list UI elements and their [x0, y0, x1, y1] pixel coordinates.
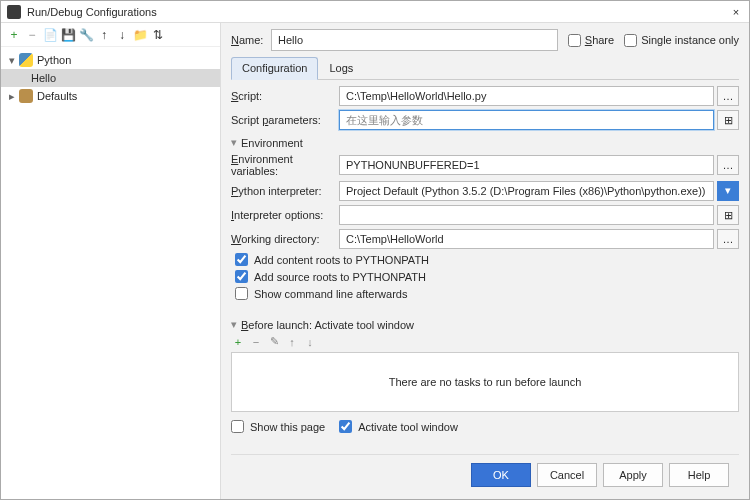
script-input[interactable] — [339, 86, 714, 106]
add-content-roots-checkbox[interactable]: Add content roots to PYTHONPATH — [235, 253, 739, 266]
script-browse-button[interactable]: … — [717, 86, 739, 106]
before-launch-toolbar: + − ✎ ↑ ↓ — [231, 335, 739, 348]
tree-label: Python — [37, 54, 71, 66]
up-icon[interactable]: ↑ — [97, 28, 111, 42]
main-panel: Name: Share Single instance only Configu… — [221, 23, 749, 500]
before-launch-section: ▾Before launch: Activate tool window + −… — [231, 312, 739, 433]
name-input[interactable] — [271, 29, 558, 51]
help-button[interactable]: Help — [669, 463, 729, 487]
tab-bar: Configuration Logs — [231, 57, 739, 80]
share-checkbox[interactable]: Share — [568, 34, 614, 47]
envvars-input[interactable] — [339, 155, 714, 175]
task-add-icon[interactable]: + — [231, 336, 245, 348]
envvars-label: Environment variables: — [231, 153, 339, 177]
sidebar: + − 📄 💾 🔧 ↑ ↓ 📁 ⇅ ▾ Python Hello ▸ Defau… — [1, 23, 221, 500]
defaults-icon — [19, 89, 33, 103]
activate-tool-window-checkbox[interactable]: Activate tool window — [339, 420, 458, 433]
wd-input[interactable] — [339, 229, 714, 249]
add-icon[interactable]: + — [7, 28, 21, 42]
name-label: ame: — [239, 34, 263, 46]
script-label: Script: — [231, 90, 339, 102]
iopts-expand-button[interactable]: ⊞ — [717, 205, 739, 225]
ok-button[interactable]: OK — [471, 463, 531, 487]
params-expand-button[interactable]: ⊞ — [717, 110, 739, 130]
copy-icon[interactable]: 📄 — [43, 28, 57, 42]
interpreter-label: Python interpreter: — [231, 185, 339, 197]
dialog-buttons: OK Cancel Apply Help — [231, 454, 739, 495]
before-launch-header[interactable]: ▾Before launch: Activate tool window — [231, 318, 739, 331]
task-edit-icon[interactable]: ✎ — [267, 335, 281, 348]
tab-logs[interactable]: Logs — [318, 57, 364, 79]
show-cmd-checkbox[interactable]: Show command line afterwards — [235, 287, 739, 300]
tasks-empty-text: There are no tasks to run before launch — [389, 376, 582, 388]
sidebar-toolbar: + − 📄 💾 🔧 ↑ ↓ 📁 ⇅ — [1, 23, 220, 47]
interpreter-input[interactable] — [339, 181, 714, 201]
interpreter-dropdown-button[interactable]: ▾ — [717, 181, 739, 201]
config-tree: ▾ Python Hello ▸ Defaults — [1, 47, 220, 500]
tree-label: Defaults — [37, 90, 77, 102]
tab-configuration[interactable]: Configuration — [231, 57, 318, 80]
remove-icon[interactable]: − — [25, 28, 39, 42]
save-icon[interactable]: 💾 — [61, 28, 75, 42]
single-instance-checkbox[interactable]: Single instance only — [624, 34, 739, 47]
window-title: Run/Debug Configurations — [27, 6, 729, 18]
task-remove-icon[interactable]: − — [249, 336, 263, 348]
environment-section[interactable]: ▾Environment — [231, 136, 739, 149]
params-label: Script parameters: — [231, 114, 339, 126]
folder-icon[interactable]: 📁 — [133, 28, 147, 42]
titlebar: Run/Debug Configurations × — [1, 1, 749, 23]
task-up-icon[interactable]: ↑ — [285, 336, 299, 348]
tree-node-defaults[interactable]: ▸ Defaults — [1, 87, 220, 105]
task-down-icon[interactable]: ↓ — [303, 336, 317, 348]
iopts-label: Interpreter options: — [231, 209, 339, 221]
python-icon — [19, 53, 33, 67]
tree-node-python[interactable]: ▾ Python — [1, 51, 220, 69]
iopts-input[interactable] — [339, 205, 714, 225]
tasks-list: There are no tasks to run before launch — [231, 352, 739, 412]
chevron-down-icon: ▾ — [7, 54, 17, 67]
sort-icon[interactable]: ⇅ — [151, 28, 165, 42]
apply-button[interactable]: Apply — [603, 463, 663, 487]
add-source-roots-checkbox[interactable]: Add source roots to PYTHONPATH — [235, 270, 739, 283]
config-form: Script: … Script parameters: ⊞ ▾Environm… — [231, 86, 739, 302]
app-icon — [7, 5, 21, 19]
tree-node-hello[interactable]: Hello — [1, 69, 220, 87]
wd-label: Working directory: — [231, 233, 339, 245]
close-icon[interactable]: × — [729, 6, 743, 18]
chevron-right-icon: ▸ — [7, 90, 17, 103]
down-icon[interactable]: ↓ — [115, 28, 129, 42]
show-this-page-checkbox[interactable]: Show this page — [231, 420, 325, 433]
wd-browse-button[interactable]: … — [717, 229, 739, 249]
params-input[interactable] — [339, 110, 714, 130]
tree-label: Hello — [31, 72, 56, 84]
envvars-browse-button[interactable]: … — [717, 155, 739, 175]
wrench-icon[interactable]: 🔧 — [79, 28, 93, 42]
cancel-button[interactable]: Cancel — [537, 463, 597, 487]
